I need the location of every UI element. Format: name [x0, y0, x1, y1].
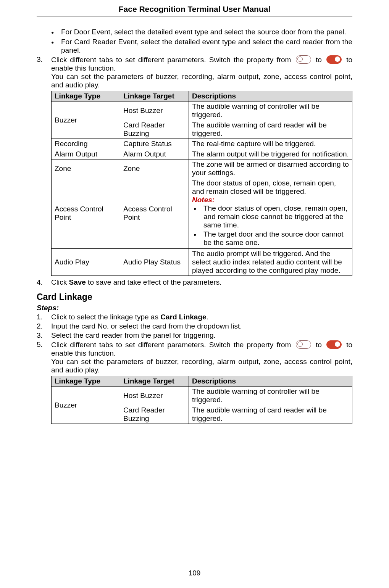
cell: Host Buzzer [120, 101, 189, 120]
text: The door status of open, close, remain o… [203, 204, 349, 229]
cell: Card Reader Buzzing [120, 120, 189, 139]
cell: The audio prompt will be triggered. And … [189, 249, 352, 276]
text: Click different tabs to set different pa… [51, 341, 294, 349]
cell: Access Control Point [52, 178, 120, 249]
cell: Zone [120, 159, 189, 178]
cell: The audible warning of controller will b… [189, 387, 352, 405]
th-linkage-target: Linkage Target [120, 91, 189, 101]
th-linkage-type: Linkage Type [52, 376, 120, 387]
th-linkage-target: Linkage Target [120, 376, 189, 387]
text: . [207, 313, 208, 321]
toggle-off-icon [296, 340, 311, 349]
text: The target door and the source door cann… [203, 230, 349, 247]
bullet-text: For Card Reader Event, select the detail… [61, 38, 352, 55]
cell: Host Buzzer [120, 387, 189, 405]
item-text: Select the card reader from the panel fo… [51, 331, 352, 340]
item-text: Click Save to save and take effect of th… [51, 278, 352, 287]
text: enable this function. [51, 349, 352, 358]
text: You can set the parameters of buzzer, re… [51, 72, 352, 89]
page-number: 109 [0, 569, 389, 577]
text-bold: Card Linkage [160, 313, 206, 321]
cell: The real-time capture will be triggered. [189, 139, 352, 149]
item-number: 1. [37, 313, 48, 321]
item-text: Click different tabs to set different pa… [51, 340, 352, 425]
text: to [346, 341, 352, 349]
list-item: 3. Select the card reader from the panel… [37, 331, 352, 340]
cell: Access Control Point [120, 178, 189, 249]
list-item: 3. Click different tabs to set different… [37, 55, 352, 277]
cell: Audio Play Status [120, 249, 189, 276]
cell: Card Reader Buzzing [120, 405, 189, 424]
cell: The alarm output will be triggered for n… [189, 149, 352, 159]
cell: The audible warning of controller will b… [189, 101, 352, 120]
table-row: Zone Zone The zone will be armed or disa… [52, 159, 352, 178]
text: Click to select the linkage type as [51, 313, 160, 321]
item-number: 5. [37, 340, 48, 425]
list-item: 4. Click Save to save and take effect of… [37, 278, 352, 287]
cell: Buzzer [52, 101, 120, 139]
cell: Recording [52, 139, 120, 149]
ordered-list-a: 3. Click different tabs to set different… [37, 55, 352, 287]
text: to [316, 341, 325, 349]
table-row: Recording Capture Status The real-time c… [52, 139, 352, 149]
table-header-row: Linkage Type Linkage Target Descriptions [52, 376, 352, 387]
bullet-text: For Door Event, select the detailed even… [61, 28, 352, 37]
table-row: Buzzer Host Buzzer The audible warning o… [52, 101, 352, 120]
toggle-on-icon [326, 55, 342, 64]
list-item: For Door Event, select the detailed even… [51, 28, 352, 37]
list-item: The door status of open, close, remain o… [194, 204, 349, 229]
item-text: Input the card No. or select the card fr… [51, 322, 352, 330]
ordered-list-b: 1. Click to select the linkage type as C… [37, 313, 352, 425]
item-text: Click different tabs to set different pa… [51, 55, 352, 277]
list-item: The target door and the source door cann… [194, 230, 349, 247]
cell: Zone [52, 159, 120, 178]
cell: The zone will be armed or disarmed accor… [189, 159, 352, 178]
text: Click different tabs to set different pa… [51, 56, 294, 64]
cell: Buzzer [52, 387, 120, 424]
text: to save and take effect of the parameter… [86, 278, 222, 286]
cell: The audible warning of card reader will … [189, 120, 352, 139]
list-item: 5. Click different tabs to set different… [37, 340, 352, 425]
text-bold: Save [69, 278, 86, 286]
cell: The door status of open, close, remain o… [189, 178, 352, 249]
cell: Capture Status [120, 139, 189, 149]
linkage-table-2: Linkage Type Linkage Target Descriptions… [51, 376, 352, 424]
notes-list: The door status of open, close, remain o… [192, 204, 349, 247]
text: to [316, 56, 325, 64]
item-text: Click to select the linkage type as Card… [51, 313, 352, 321]
top-bullet-list: For Door Event, select the detailed even… [37, 28, 352, 55]
item-number: 3. [37, 55, 48, 277]
table-header-row: Linkage Type Linkage Target Descriptions [52, 91, 352, 101]
list-item: 2. Input the card No. or select the card… [37, 322, 352, 330]
text: enable this function. [51, 64, 352, 72]
th-linkage-type: Linkage Type [52, 91, 120, 101]
th-descriptions: Descriptions [189, 376, 352, 387]
th-descriptions: Descriptions [189, 91, 352, 101]
toggle-off-icon [296, 55, 311, 64]
doc-header: Face Recognition Terminal User Manual [37, 5, 352, 16]
cell: The audible warning of card reader will … [189, 405, 352, 424]
table-row: Access Control Point Access Control Poin… [52, 178, 352, 249]
text: The door status of open, close, remain o… [192, 179, 336, 195]
notes-label: Notes: [192, 196, 215, 204]
text: to [346, 56, 352, 64]
list-item: For Card Reader Event, select the detail… [51, 38, 352, 55]
item-number: 4. [37, 278, 48, 287]
text: Click [51, 278, 69, 286]
cell: Alarm Output [52, 149, 120, 159]
text: You can set the parameters of buzzer, re… [51, 358, 352, 374]
item-number: 2. [37, 322, 48, 330]
table-row: Alarm Output Alarm Output The alarm outp… [52, 149, 352, 159]
table-row: Buzzer Host Buzzer The audible warning o… [52, 387, 352, 405]
table-row: Audio Play Audio Play Status The audio p… [52, 249, 352, 276]
toggle-on-icon [326, 340, 342, 349]
cell: Audio Play [52, 249, 120, 276]
linkage-table-1: Linkage Type Linkage Target Descriptions… [51, 91, 352, 276]
card-linkage-heading: Card Linkage [37, 292, 352, 302]
cell: Alarm Output [120, 149, 189, 159]
list-item: 1. Click to select the linkage type as C… [37, 313, 352, 321]
item-number: 3. [37, 331, 48, 340]
steps-label: Steps: [37, 304, 352, 312]
